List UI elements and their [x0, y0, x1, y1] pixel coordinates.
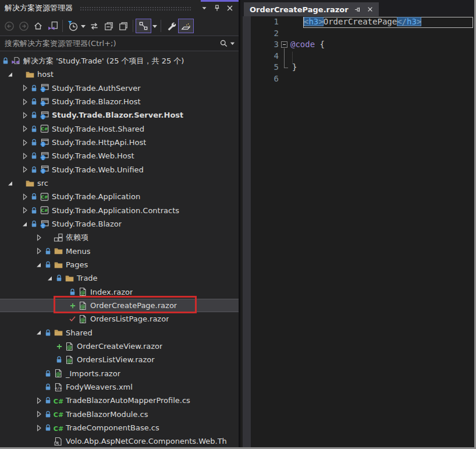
properties-icon[interactable]	[164, 19, 178, 33]
expander-icon[interactable]	[34, 409, 44, 419]
expander-icon[interactable]	[20, 220, 30, 229]
expander-icon[interactable]	[20, 124, 30, 133]
nav-forward-icon[interactable]	[16, 19, 31, 33]
svg-text:C#: C#	[54, 411, 63, 419]
expander-icon[interactable]	[34, 328, 44, 337]
tree-item[interactable]: Study.Trade.Blazor.Server.Host	[0, 108, 239, 122]
tree-item[interactable]: @OrderCreateView.razor	[0, 340, 239, 353]
pin-icon[interactable]	[354, 6, 361, 13]
close-icon[interactable]	[367, 6, 374, 13]
sync-with-active-document-icon[interactable]	[87, 19, 101, 33]
tree-item[interactable]: @Index.razor	[0, 285, 239, 299]
tree-item[interactable]: @OrdersListView.razor	[0, 353, 239, 366]
fold-collapse-icon[interactable]	[281, 41, 287, 48]
switch-views-icon[interactable]	[45, 19, 60, 33]
folder-icon	[24, 70, 35, 79]
expander-icon[interactable]	[20, 165, 30, 174]
nav-back-icon[interactable]	[2, 19, 16, 33]
tree-item[interactable]: Trade	[0, 271, 239, 285]
show-all-files-icon[interactable]	[116, 19, 130, 33]
tree-item[interactable]: Study.Trade.Web.Unified	[0, 163, 239, 176]
linked-icon	[52, 437, 64, 446]
lock-icon	[68, 288, 77, 296]
tree-item[interactable]: Menus	[0, 245, 239, 258]
tree-item[interactable]: 解决方案 'Study.Trade' (25 个项目，共 25 个)	[0, 54, 239, 68]
expander-icon[interactable]	[20, 151, 30, 161]
tree-item-label: TradeBlazorModule.cs	[64, 410, 148, 419]
tree-item[interactable]: 依赖项	[0, 231, 239, 244]
tree-item[interactable]: Pages	[0, 258, 239, 271]
window-position-icon[interactable]	[198, 2, 211, 14]
code-line: 2	[240, 28, 474, 40]
tree-item[interactable]: C#TradeComponentBase.cs	[0, 421, 239, 434]
razor-icon: @	[77, 314, 88, 324]
expander-icon[interactable]	[20, 206, 30, 215]
search-options-chevron-icon[interactable]	[230, 41, 235, 46]
expander-icon[interactable]	[34, 246, 44, 256]
search-input[interactable]: 搜索解决方案资源管理器(Ctrl+;)	[0, 36, 239, 51]
tree-item[interactable]: Study.Trade.Blazor.Host	[0, 95, 239, 108]
preview-selected-items-icon[interactable]	[178, 19, 194, 33]
expander-icon[interactable]	[34, 260, 44, 270]
expander-icon[interactable]	[20, 192, 30, 201]
panel-titlebar: 解决方案资源管理器	[0, 0, 239, 16]
tree-item[interactable]: src	[0, 176, 239, 190]
pending-changes-filter-icon[interactable]	[65, 19, 80, 33]
expander-icon[interactable]	[34, 423, 44, 433]
expander-icon[interactable]	[20, 138, 30, 147]
expander-icon[interactable]	[20, 97, 30, 107]
tree-item-label: FodyWeavers.xml	[64, 383, 133, 391]
expander-icon[interactable]	[34, 233, 44, 242]
tree-item[interactable]: </>FodyWeavers.xml	[0, 380, 239, 394]
tree-item[interactable]: Study.Trade.HttpApi.Host	[0, 136, 239, 149]
tree-item[interactable]: Study.Trade.AuthServer	[0, 82, 239, 95]
tree-item[interactable]: host	[0, 68, 239, 81]
search-icon[interactable]	[219, 39, 228, 48]
expander-icon[interactable]	[34, 396, 44, 405]
expander-icon[interactable]	[5, 70, 15, 79]
collapse-all-icon[interactable]	[101, 19, 116, 33]
toolbar-separator	[62, 20, 63, 32]
tree-item-label: Study.Trade.Blazor.Host	[50, 97, 141, 106]
lock-icon	[30, 111, 38, 119]
tree-item[interactable]: @OrdersListPage.razor	[0, 312, 239, 326]
editor-tab[interactable]: OrderCreatePage.razor	[244, 2, 379, 16]
track-active-item-icon[interactable]	[136, 19, 151, 33]
svg-text:C#: C#	[54, 397, 63, 405]
code-line: 1<h3>OrderCreatePage</h3>	[240, 16, 474, 28]
svg-text:@: @	[80, 289, 86, 295]
expander-icon[interactable]	[45, 274, 55, 283]
dropdown-chevron-icon[interactable]	[80, 19, 87, 33]
lock-icon	[30, 151, 38, 160]
tree-item-label: TradeComponentBase.cs	[64, 423, 159, 432]
tree-item-label: Study.Trade.Application.Contracts	[50, 206, 179, 215]
tree-item[interactable]: C#TradeBlazorModule.cs	[0, 408, 239, 421]
tree-item[interactable]: Shared	[0, 326, 239, 340]
tree-item[interactable]: Study.Trade.Blazor	[0, 217, 239, 231]
code-editor[interactable]: 1<h3>OrderCreatePage</h3>23@code {45}6	[240, 16, 474, 447]
tree-item[interactable]: C#Study.Trade.Application.Contracts	[0, 204, 239, 217]
expander-icon[interactable]	[20, 111, 30, 120]
csproj-icon: C#	[38, 124, 50, 133]
tree-item[interactable]: Study.Trade.Web.Host	[0, 149, 239, 162]
pin-icon[interactable]	[211, 2, 223, 14]
tree-item[interactable]: C#Study.Trade.Application	[0, 190, 239, 203]
expander-icon[interactable]	[20, 83, 30, 93]
lock-icon	[44, 396, 52, 405]
tree-item[interactable]: Volo.Abp.AspNetCore.Components.Web.Th	[0, 434, 239, 448]
dropdown-chevron-icon[interactable]	[151, 19, 158, 33]
tree-item[interactable]: @_Imports.razor	[0, 367, 239, 380]
lock-icon	[30, 220, 38, 228]
lock-icon	[55, 274, 63, 282]
tree-item[interactable]: C#TradeBlazorAutoMapperProfile.cs	[0, 394, 239, 407]
lock-icon	[30, 165, 38, 174]
close-icon[interactable]	[223, 2, 236, 14]
svg-text:C#: C#	[54, 425, 63, 432]
tree-item-label: Study.Trade.Application	[50, 192, 140, 201]
tree-item-label: TradeBlazorAutoMapperProfile.cs	[64, 396, 190, 405]
tree-item[interactable]: @OrderCreatePage.razor	[0, 299, 239, 312]
home-icon[interactable]	[31, 19, 45, 33]
tree-item[interactable]: C#Study.Trade.Host.Shared	[0, 122, 239, 136]
expander-icon[interactable]	[5, 179, 15, 188]
lock-icon	[44, 423, 52, 432]
